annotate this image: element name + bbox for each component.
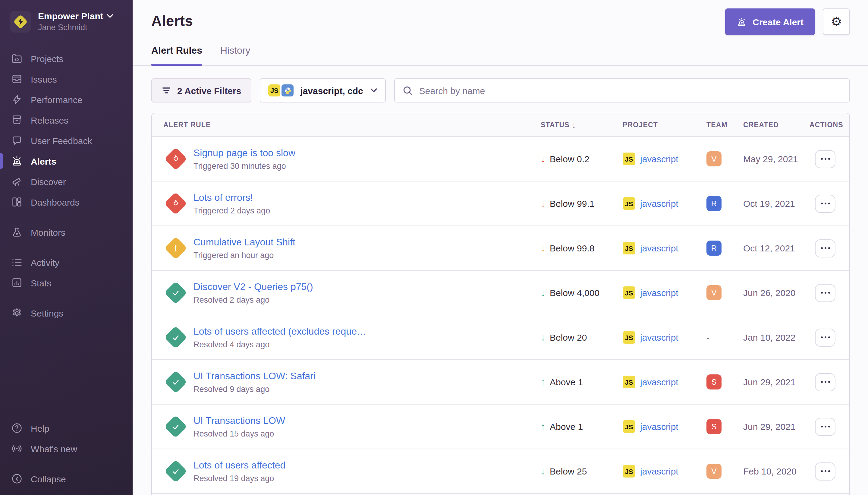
status-cell: ↓ Below 99.1 xyxy=(541,198,623,209)
app-root: Empower Plant Jane Schmidt Projects Issu… xyxy=(0,0,868,495)
ellipsis-icon xyxy=(821,426,830,427)
org-switcher[interactable]: Empower Plant Jane Schmidt xyxy=(0,0,133,35)
alert-rule-link[interactable]: UI Transactions LOW: Safari xyxy=(193,371,315,381)
search-box xyxy=(395,79,850,102)
row-actions-button[interactable] xyxy=(815,194,835,212)
created-cell: Jan 10, 2022 xyxy=(743,332,810,342)
tab-alert-rules[interactable]: Alert Rules xyxy=(151,45,202,66)
row-actions-button[interactable] xyxy=(815,239,835,257)
javascript-project-icon: JS xyxy=(623,331,635,344)
row-actions-button[interactable] xyxy=(815,150,835,168)
create-alert-button[interactable]: Create Alert xyxy=(725,8,815,35)
sidebar-item-label: Performance xyxy=(31,95,83,105)
project-selector-label: javascript, cdc xyxy=(300,85,363,96)
project-link[interactable]: javascript xyxy=(640,332,678,342)
user-name: Jane Schmidt xyxy=(38,23,114,33)
javascript-project-icon: JS xyxy=(268,84,280,97)
sidebar-item-monitors[interactable]: Monitors xyxy=(0,222,133,242)
sidebar-item-performance[interactable]: Performance xyxy=(0,89,133,110)
row-actions-button[interactable] xyxy=(815,373,835,391)
sidebar-item-discover[interactable]: Discover xyxy=(0,171,133,192)
project-link[interactable]: javascript xyxy=(640,154,678,164)
alert-rule-link[interactable]: Cumulative Layout Shift xyxy=(193,237,295,248)
python-project-icon xyxy=(281,84,294,97)
project-cell: JS javascript xyxy=(623,286,707,299)
sidebar-item-stats[interactable]: Stats xyxy=(0,273,133,293)
sidebar-item-what-s-new[interactable]: What's new xyxy=(0,438,133,459)
alert-rule-link[interactable]: Lots of users affected xyxy=(193,460,285,471)
team-avatar: R xyxy=(707,196,722,211)
team-none: - xyxy=(707,332,710,342)
monitors-icon xyxy=(11,226,23,238)
table-row: UI Transactions LOW: Safari Resolved 9 d… xyxy=(152,360,849,405)
alert-status-icon xyxy=(163,325,188,349)
search-input[interactable] xyxy=(395,79,849,102)
sidebar-item-dashboards[interactable]: Dashboards xyxy=(0,192,133,212)
table-row: Lots of users affected Resolved 19 days … xyxy=(152,449,849,494)
sidebar-item-alerts[interactable]: Alerts xyxy=(0,151,133,171)
alert-status-icon xyxy=(163,414,188,439)
project-cell: JS javascript xyxy=(623,420,707,433)
project-cell: JS javascript xyxy=(623,197,707,210)
sidebar-item-help[interactable]: Help xyxy=(0,418,133,438)
team-avatar: V xyxy=(707,464,722,479)
tab-history[interactable]: History xyxy=(220,45,250,65)
releases-icon xyxy=(11,114,23,126)
table-row: Signup page is too slow Triggered 30 min… xyxy=(152,137,849,182)
sidebar-item-label: Discover xyxy=(31,176,66,187)
column-header-status[interactable]: Status ↓ xyxy=(541,120,623,129)
search-icon xyxy=(402,85,414,97)
project-link[interactable]: javascript xyxy=(640,243,678,253)
filter-bar: 2 Active Filters JS javascript, cdc xyxy=(151,79,850,102)
alert-status-icon xyxy=(163,281,188,305)
whats-new-icon xyxy=(11,443,23,455)
project-link[interactable]: javascript xyxy=(640,422,678,432)
sidebar-item-label: Alerts xyxy=(31,156,56,166)
project-selector[interactable]: JS javascript, cdc xyxy=(260,79,386,102)
project-link[interactable]: javascript xyxy=(640,288,678,298)
sidebar-item-projects[interactable]: Projects xyxy=(0,48,133,69)
project-cell: JS javascript xyxy=(623,376,707,388)
row-actions-button[interactable] xyxy=(815,328,835,346)
projects-icon xyxy=(11,52,23,65)
trend-arrow-icon: ↑ xyxy=(541,421,545,432)
row-actions-button[interactable] xyxy=(815,462,835,480)
row-actions-button[interactable] xyxy=(815,284,835,302)
collapse-icon xyxy=(11,473,23,485)
tab-bar: Alert Rules History xyxy=(133,45,868,66)
ellipsis-icon xyxy=(821,158,830,160)
sidebar-item-issues[interactable]: Issues xyxy=(0,69,133,89)
active-filters-button[interactable]: 2 Active Filters xyxy=(151,79,251,102)
sidebar-item-collapse[interactable]: Collapse xyxy=(0,468,133,489)
discover-icon xyxy=(11,175,23,188)
sidebar-item-releases[interactable]: Releases xyxy=(0,110,133,130)
sidebar-item-settings[interactable]: Settings xyxy=(0,303,133,323)
created-cell: Jun 29, 2021 xyxy=(743,422,810,432)
sidebar-item-activity[interactable]: Activity xyxy=(0,252,133,273)
page-title: Alerts xyxy=(151,13,193,30)
status-cell: ↓ Below 25 xyxy=(541,466,623,477)
row-actions-button[interactable] xyxy=(815,417,835,436)
project-link[interactable]: javascript xyxy=(640,466,678,476)
alert-rule-link[interactable]: Lots of users affected (excludes reque… xyxy=(193,326,366,337)
alert-rule-detail: Triggered an hour ago xyxy=(193,251,295,259)
team-cell: V xyxy=(707,151,743,166)
project-link[interactable]: javascript xyxy=(640,377,678,387)
sidebar-item-label: Issues xyxy=(31,74,57,84)
alert-rule-link[interactable]: UI Transactions LOW xyxy=(193,415,285,426)
project-cell: JS javascript xyxy=(623,331,707,344)
team-avatar: V xyxy=(707,151,722,166)
alert-rule-link[interactable]: Signup page is too slow xyxy=(193,148,295,158)
trend-arrow-icon: ↓ xyxy=(541,243,545,254)
project-link[interactable]: javascript xyxy=(640,198,678,209)
trend-arrow-icon: ↓ xyxy=(541,198,545,209)
alert-rule-link[interactable]: Discover V2 - Queries p75() xyxy=(193,281,313,292)
created-cell: Jun 29, 2021 xyxy=(743,377,810,387)
alert-rule-detail: Resolved 9 days ago xyxy=(193,385,315,393)
sidebar-item-user-feedback[interactable]: User Feedback xyxy=(0,130,133,151)
siren-icon xyxy=(736,17,747,27)
stats-icon xyxy=(11,277,23,289)
javascript-project-icon: JS xyxy=(623,465,635,478)
alert-rule-link[interactable]: Lots of errors! xyxy=(193,192,270,203)
settings-gear-button[interactable]: ⚙ xyxy=(823,8,850,35)
